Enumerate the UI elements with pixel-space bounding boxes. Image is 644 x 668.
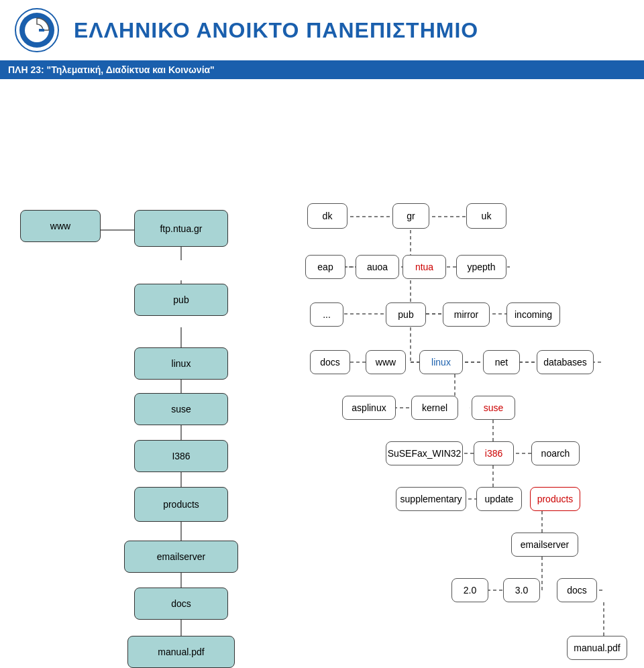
- node-databases: databases: [537, 350, 594, 374]
- node-docs3: docs: [557, 578, 597, 602]
- node-emailserver2: emailserver: [511, 533, 578, 557]
- node-v30: 3.0: [503, 578, 540, 602]
- node-ntua: ntua: [402, 255, 446, 279]
- node-dots: ...: [310, 302, 343, 327]
- node-dk: dk: [307, 203, 347, 229]
- node-mirror: mirror: [443, 302, 490, 327]
- node-v20: 2.0: [451, 578, 488, 602]
- node-auoa: auoa: [356, 255, 399, 279]
- subtitle-text: ΠΛΗ 23: "Τηλεματική, Διαδίκτυα και Κοινω…: [8, 64, 215, 75]
- node-suse2: suse: [472, 396, 515, 420]
- header: ΕΛΛΗΝΙΚΟ ΑΝΟΙΚΤΟ ΠΑΝΕΠΙΣΤΗΜΙΟ: [0, 0, 644, 60]
- node-eap: eap: [305, 255, 345, 279]
- node-manual2: manual.pdf: [567, 636, 627, 660]
- node-manual-left: manual.pdf: [127, 636, 235, 668]
- logo-icon: [13, 7, 60, 54]
- node-net: net: [483, 350, 520, 374]
- node-susefax: SuSEFax_WIN32: [386, 441, 463, 465]
- node-suse: suse: [134, 393, 228, 425]
- node-uk: uk: [466, 203, 506, 229]
- node-update: update: [476, 487, 522, 511]
- node-pub2: pub: [386, 302, 426, 327]
- node-i386-right: i386: [474, 441, 514, 465]
- svg-rect-3: [39, 29, 44, 32]
- node-linux2: linux: [419, 350, 463, 374]
- node-linux: linux: [134, 347, 228, 380]
- subtitle-bar: ΠΛΗ 23: "Τηλεματική, Διαδίκτυα και Κοινω…: [0, 60, 644, 79]
- node-supplementary: supplementary: [396, 487, 466, 511]
- node-gr: gr: [392, 203, 429, 229]
- node-docs-left: docs: [134, 588, 228, 620]
- node-incoming: incoming: [506, 302, 560, 327]
- node-noarch: noarch: [531, 441, 580, 465]
- node-www: www: [20, 210, 101, 242]
- node-www2: www: [366, 350, 406, 374]
- diagram-area: www ftp.ntua.gr pub linux suse I386 prod…: [0, 86, 644, 668]
- node-kernel: kernel: [411, 396, 458, 420]
- node-emailserver-left: emailserver: [124, 541, 238, 573]
- node-docs2: docs: [310, 350, 350, 374]
- node-i386-left: I386: [134, 440, 228, 472]
- page-title: ΕΛΛΗΝΙΚΟ ΑΝΟΙΚΤΟ ΠΑΝΕΠΙΣΤΗΜΙΟ: [74, 18, 478, 43]
- node-products-left: products: [134, 487, 228, 522]
- node-asplinux: asplinux: [342, 396, 396, 420]
- node-ypepth: ypepth: [456, 255, 506, 279]
- node-products2: products: [530, 487, 580, 511]
- node-ftp: ftp.ntua.gr: [134, 210, 228, 247]
- node-pub: pub: [134, 284, 228, 316]
- diagram-lines: [0, 86, 644, 668]
